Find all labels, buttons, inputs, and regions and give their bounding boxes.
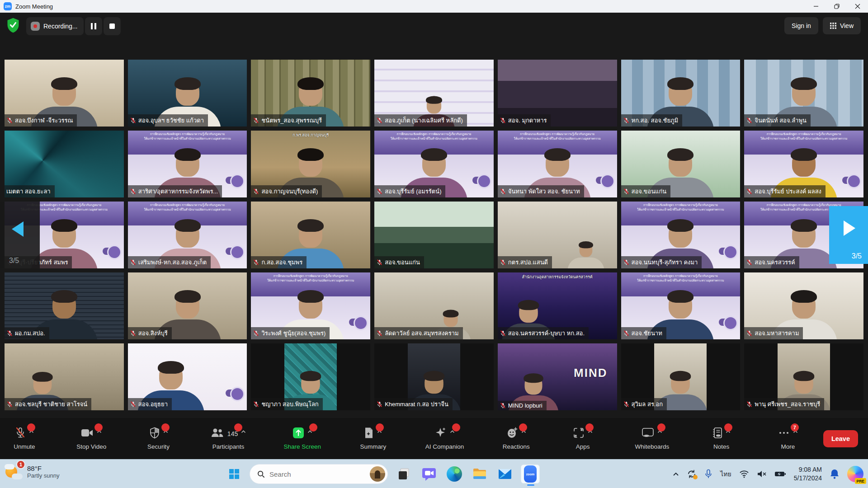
sync-update-icon[interactable] bbox=[687, 469, 697, 479]
next-page-button[interactable]: 3/5 bbox=[829, 206, 868, 264]
participant-name-tag: สอจ.อยุธยา bbox=[128, 398, 172, 410]
participant-tile[interactable]: ผอ.กม.สปอ. bbox=[5, 272, 124, 339]
mail-app-icon[interactable] bbox=[495, 465, 514, 483]
battery-charging-icon[interactable] bbox=[774, 470, 786, 478]
participant-tile[interactable]: สุวิมล สร.อก bbox=[621, 343, 741, 410]
chat-app-icon[interactable] bbox=[420, 465, 439, 483]
participant-tile[interactable]: สอจ.มหาสารคาม bbox=[744, 272, 863, 339]
participant-tile[interactable]: หก.สอ. สอจ.ชัยภูมิ bbox=[621, 60, 741, 127]
participant-tile[interactable]: กตร.สปอ.แสนดี bbox=[498, 202, 617, 268]
participant-name: สอจ.นครสวรรค์ bbox=[755, 258, 795, 267]
ministry-emblem bbox=[719, 319, 736, 326]
leave-button[interactable]: Leave bbox=[823, 430, 858, 447]
more-button[interactable]: 7 More bbox=[774, 427, 802, 450]
share-screen-button[interactable]: Share Screen bbox=[284, 427, 321, 450]
mic-muted-icon bbox=[376, 401, 383, 408]
participants-button[interactable]: 145 Participants bbox=[211, 427, 246, 450]
mic-muted-icon bbox=[253, 401, 259, 408]
whiteboards-button[interactable]: Whiteboards bbox=[635, 427, 669, 450]
participant-tile[interactable]: การฝึกอบรมเชิงหลักสูตร การพัฒนาความรู้เก… bbox=[744, 131, 863, 197]
mic-muted-icon bbox=[130, 330, 137, 337]
participant-tile[interactable]: จินตนันท์ สอจ.ลำพูน bbox=[744, 60, 863, 127]
participant-tile[interactable]: เมตตา สอจ.ยะลา bbox=[5, 131, 124, 197]
reactions-button[interactable]: Reactions bbox=[502, 427, 531, 450]
apps-button[interactable]: Apps bbox=[568, 427, 597, 450]
participant-tile[interactable]: ชนัตพร_สอจ.สุพรรณบุรี bbox=[251, 60, 370, 127]
participant-tile[interactable]: สำนักงานอุตสาหกรรมจังหวัดนครสวรรค์ สอจ.น… bbox=[498, 272, 617, 339]
participant-tile[interactable]: สอจ.ขอนแก่น bbox=[621, 131, 741, 197]
participant-tile[interactable]: ก.พร.สอจ.กาญจนบุรี สอจ.กาญจนบุรี(ทองดี) bbox=[251, 131, 370, 197]
taskbar-search[interactable] bbox=[250, 464, 388, 484]
mic-muted-icon bbox=[746, 401, 753, 408]
participant-tile[interactable]: ชญาภา สอบ.พิษณุโลก bbox=[251, 343, 370, 410]
participant-tile[interactable]: พานุ ศรีเพชร_สอจ.ราชบุรี bbox=[744, 343, 863, 410]
stop-video-button[interactable]: Stop Video bbox=[76, 427, 106, 450]
edge-browser-icon[interactable] bbox=[445, 465, 464, 483]
hidden-icons-chevron[interactable] bbox=[673, 472, 679, 476]
slide-header-text: การฝึกอบรมเชิงหลักสูตร การพัฒนาความรู้เก… bbox=[626, 203, 736, 212]
close-button[interactable] bbox=[847, 0, 868, 13]
participant-tile[interactable]: สอจ.ขอนแก่น bbox=[374, 202, 494, 268]
mic-muted-icon bbox=[623, 188, 630, 195]
unmute-button[interactable]: Unmute bbox=[10, 427, 39, 450]
clock-widget[interactable]: 9:08 AM 5/17/2024 bbox=[794, 465, 822, 483]
participant-tile[interactable]: สอจ.อยุธยา bbox=[128, 343, 247, 410]
participant-tile[interactable]: สอจ.ภูเก็ต (นางเฉลิมศรี หลักดี) bbox=[374, 60, 494, 127]
participant-tile[interactable]: การฝึกอบรมเชิงหลักสูตร การพัฒนาความรู้เก… bbox=[621, 272, 741, 339]
participant-name: เมตตา สอจ.ยะลา bbox=[6, 187, 51, 196]
participant-tile[interactable]: Khemmarat ก.สอ ปราจีน bbox=[374, 343, 494, 410]
wifi-icon[interactable] bbox=[739, 470, 749, 478]
notification-badge bbox=[309, 423, 317, 432]
stop-recording-button[interactable] bbox=[104, 17, 121, 35]
participant-tile[interactable]: การฝึกอบรมเชิงหลักสูตร การพัฒนาความรู้เก… bbox=[128, 202, 247, 268]
zoom-app-taskbar-icon[interactable]: zoom bbox=[521, 465, 540, 483]
minimize-button[interactable] bbox=[806, 0, 826, 13]
security-button[interactable]: Security bbox=[144, 427, 173, 450]
restore-button[interactable] bbox=[826, 0, 847, 13]
participant-tile[interactable]: สอจ. มุกดาหาร bbox=[498, 60, 617, 127]
volume-muted-icon[interactable] bbox=[757, 470, 767, 478]
chevron-up-icon[interactable] bbox=[241, 430, 246, 433]
participant-name: วิระพงศ์ ชูนุ้ย(สอจ.ชุมพร) bbox=[261, 328, 326, 338]
language-indicator[interactable]: ไทย bbox=[720, 469, 731, 479]
participant-tile[interactable]: การฝึกอบรมเชิงหลักสูตร การพัฒนาความรู้เก… bbox=[374, 131, 494, 197]
search-input[interactable] bbox=[269, 470, 365, 478]
file-explorer-icon[interactable] bbox=[470, 465, 489, 483]
notes-button[interactable]: Notes bbox=[707, 427, 736, 450]
participant-tile[interactable]: สอจ.อุบลฯ ธวัชชัย แก้วดา bbox=[128, 60, 247, 127]
view-button[interactable]: View bbox=[823, 17, 861, 34]
ai-companion-button[interactable]: AI Companion bbox=[425, 427, 464, 450]
participant-tile[interactable]: สอจ.ชลบุรี ชาติชาย สาโรจน์ bbox=[5, 343, 124, 410]
summary-button[interactable]: Summary bbox=[359, 427, 387, 450]
participant-name-tag: สอจ.ชลบุรี ชาติชาย สาโรจน์ bbox=[5, 398, 91, 410]
weather-widget[interactable]: 1 88°F Partly sunny bbox=[5, 462, 60, 481]
copilot-icon[interactable]: PRE bbox=[847, 466, 863, 482]
participant-tile[interactable]: ลัดดาวัลย์ อสจ.สมุทรสงคราม bbox=[374, 272, 494, 339]
participant-tile[interactable]: ก.สอ.สอจ.ชุมพร bbox=[251, 202, 370, 268]
participant-tile[interactable]: สอจ.สิงห์บุรี bbox=[128, 272, 247, 339]
participant-name: สอจ.นนทบุรี-สุภัทรา คงมา bbox=[632, 258, 698, 267]
participant-name-tag: Khemmarat ก.สอ ปราจีน bbox=[374, 398, 453, 410]
participant-tile[interactable]: การฝึกอบรมเชิงหลักสูตร การพัฒนาความรู้เก… bbox=[128, 131, 247, 197]
participant-name-tag: สุวิมล สร.อก bbox=[621, 398, 667, 410]
participant-tile[interactable]: การฝึกอบรมเชิงหลักสูตร การพัฒนาความรู้เก… bbox=[251, 272, 370, 339]
notification-bell-icon[interactable] bbox=[830, 469, 840, 479]
participant-tile[interactable]: MIND MIND lopburi bbox=[498, 343, 617, 410]
mic-muted-icon bbox=[746, 188, 753, 195]
participant-name: สอจ.กาญจนบุรี(ทองดี) bbox=[261, 187, 318, 196]
participant-name: สอจ.บุรีรัมย์ ประสงค์ ผลสง bbox=[755, 187, 821, 196]
tile-caption: ก.พร.สอจ.กาญจนบุรี bbox=[251, 132, 370, 138]
participant-tile[interactable]: การฝึกอบรมเชิงหลักสูตร การพัฒนาความรู้เก… bbox=[498, 131, 617, 197]
pause-recording-button[interactable] bbox=[85, 17, 102, 35]
microphone-tray-icon[interactable] bbox=[704, 469, 712, 479]
participant-name-tag: สอจ.นครสวรรค์ bbox=[744, 256, 799, 268]
encryption-shield-icon[interactable] bbox=[6, 17, 20, 35]
participant-tile[interactable]: สอจ.บึงกาฬ -จีระวรรณ bbox=[5, 60, 124, 127]
app-icon-squares[interactable] bbox=[394, 465, 413, 483]
sign-in-button[interactable]: Sign in bbox=[784, 17, 818, 34]
participant-tile[interactable]: การฝึกอบรมเชิงหลักสูตร การพัฒนาความรู้เก… bbox=[621, 202, 741, 268]
start-button[interactable] bbox=[225, 465, 243, 483]
tile-caption: สำนักงานอุตสาหกรรมจังหวัดนครสวรรค์ bbox=[498, 274, 617, 280]
previous-page-button[interactable]: 3/5 bbox=[0, 202, 40, 268]
search-highlight-image[interactable] bbox=[370, 466, 385, 482]
